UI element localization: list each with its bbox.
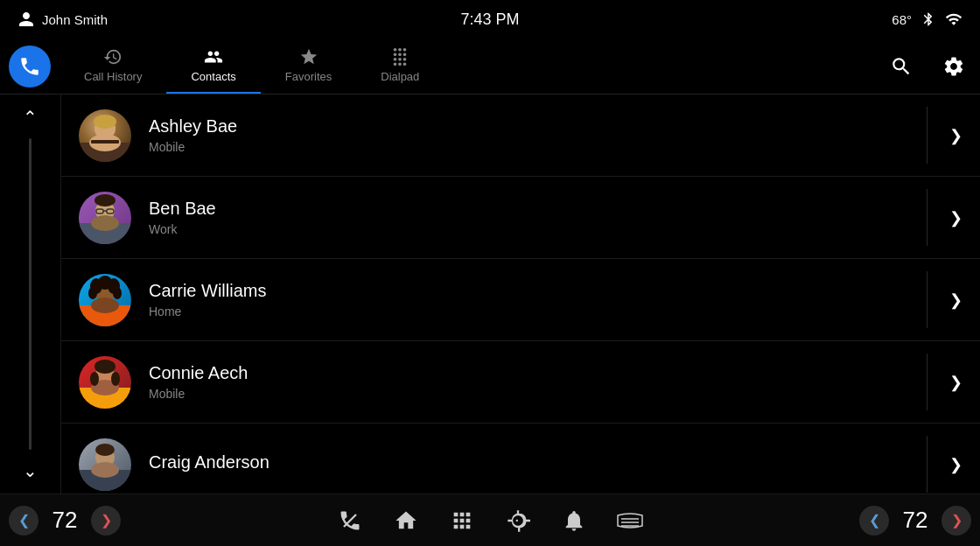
bluetooth-icon xyxy=(920,11,936,27)
tab-dialpad[interactable]: Dialpad xyxy=(356,38,444,94)
contact-info-ashley: Ashley Bae Mobile xyxy=(149,116,932,154)
contact-list-wrapper: ⌃ ⌄ Ashley Bae Mobile xyxy=(0,94,980,494)
bell-icon xyxy=(562,508,586,533)
tab-contacts[interactable]: Contacts xyxy=(166,38,260,94)
settings-button[interactable] xyxy=(936,49,971,84)
apps-icon xyxy=(450,508,474,533)
contact-info-ben: Ben Bae Work xyxy=(149,199,932,236)
contact-item-carrie[interactable]: Carrie Williams Home ❯ xyxy=(61,259,980,341)
avatar-carrie xyxy=(79,274,131,326)
phone-end-icon xyxy=(338,508,362,533)
gear-icon xyxy=(942,55,965,78)
contact-name-ashley: Ashley Bae xyxy=(149,116,932,136)
status-time: 7:43 PM xyxy=(460,10,519,29)
chevron-icon-3: ❯ xyxy=(949,290,962,310)
svg-point-29 xyxy=(95,444,115,456)
avatar-ben xyxy=(79,192,131,244)
nav-tabs: Call History Contacts Favorites Dialpad xyxy=(60,38,884,94)
history-icon xyxy=(103,47,122,66)
tab-call-history[interactable]: Call History xyxy=(60,38,166,94)
star-icon xyxy=(299,47,318,66)
home-icon xyxy=(394,508,418,533)
contact-name-craig: Craig Anderson xyxy=(149,452,932,472)
contact-item-craig[interactable]: Craig Anderson ❯ xyxy=(61,424,980,494)
contact-divider xyxy=(927,107,928,164)
phone-button[interactable] xyxy=(9,46,51,88)
rear-defrost-icon xyxy=(616,508,644,533)
left-temp-increase-button[interactable]: ❯ xyxy=(91,506,121,536)
right-temp-increase-button[interactable]: ❯ xyxy=(942,506,971,536)
scroll-track xyxy=(29,138,32,450)
fan-icon xyxy=(506,508,530,533)
home-button[interactable] xyxy=(390,505,422,536)
right-temp-control: ❮ 72 ❯ xyxy=(859,506,971,536)
right-temp-value: 72 xyxy=(893,507,937,534)
signal-icon xyxy=(945,10,962,28)
contact-type-ben: Work xyxy=(149,222,932,236)
dialpad-icon xyxy=(390,47,410,66)
contact-divider-4 xyxy=(927,354,928,410)
contact-info-carrie: Carrie Williams Home xyxy=(149,281,932,318)
rear-defrost-button[interactable] xyxy=(614,505,646,536)
svg-point-28 xyxy=(91,462,119,478)
contact-divider-5 xyxy=(927,436,928,493)
contact-item-connie[interactable]: Connie Aech Mobile ❯ xyxy=(61,341,980,424)
avatar-image-connie xyxy=(79,356,131,409)
search-button[interactable] xyxy=(884,49,919,84)
svg-point-3 xyxy=(94,115,116,129)
avatar-image-ben xyxy=(79,192,131,244)
left-temp-value: 72 xyxy=(43,507,87,534)
avatar-image-ashley xyxy=(79,109,131,162)
tab-favorites-label: Favorites xyxy=(285,70,332,83)
scroll-up-button[interactable]: ⌃ xyxy=(17,103,45,131)
chevron-icon: ❯ xyxy=(949,126,962,145)
temperature-display: 68° xyxy=(892,12,912,27)
phone-end-button[interactable] xyxy=(334,505,366,536)
svg-point-18 xyxy=(88,287,97,299)
notification-button[interactable] xyxy=(558,505,590,536)
phone-icon xyxy=(18,55,41,78)
contacts-icon xyxy=(204,47,223,66)
tab-call-history-label: Call History xyxy=(84,70,142,83)
contact-name-connie: Connie Aech xyxy=(149,363,932,383)
svg-point-8 xyxy=(94,194,116,206)
tab-favorites[interactable]: Favorites xyxy=(261,38,356,94)
status-icons: 68° xyxy=(892,10,962,28)
status-bar: John Smith 7:43 PM 68° xyxy=(0,0,980,38)
bottom-bar: ❮ 72 ❯ xyxy=(0,494,980,546)
avatar-image-carrie xyxy=(79,274,131,326)
chevron-icon-4: ❯ xyxy=(949,373,962,392)
svg-point-14 xyxy=(91,298,119,313)
contact-type-connie: Mobile xyxy=(149,387,932,401)
svg-point-19 xyxy=(113,287,122,299)
avatar-ashley xyxy=(79,109,131,162)
bottom-icons xyxy=(334,505,646,536)
contact-name-ben: Ben Bae xyxy=(149,199,932,219)
contact-info-craig: Craig Anderson xyxy=(149,452,932,476)
apps-button[interactable] xyxy=(446,505,478,536)
svg-point-24 xyxy=(90,372,99,386)
avatar-connie xyxy=(79,356,131,409)
scroll-down-button[interactable]: ⌄ xyxy=(17,457,45,485)
avatar-craig xyxy=(79,438,131,491)
status-user: John Smith xyxy=(18,10,108,28)
left-temp-control: ❮ 72 ❯ xyxy=(9,506,121,536)
fan-button[interactable] xyxy=(502,505,534,536)
svg-point-25 xyxy=(111,372,120,386)
contact-item-ashley[interactable]: Ashley Bae Mobile ❯ xyxy=(61,94,980,177)
left-temp-decrease-button[interactable]: ❮ xyxy=(9,506,38,536)
svg-rect-4 xyxy=(91,140,119,144)
contact-info-connie: Connie Aech Mobile xyxy=(149,363,932,401)
right-temp-decrease-button[interactable]: ❮ xyxy=(859,506,889,536)
svg-point-7 xyxy=(91,215,119,231)
avatar-image-craig xyxy=(79,438,131,491)
nav-actions xyxy=(884,49,971,84)
user-icon xyxy=(18,10,35,28)
scroll-nav: ⌃ ⌄ xyxy=(0,94,61,494)
contact-divider-2 xyxy=(927,189,928,246)
contact-item-ben[interactable]: Ben Bae Work ❯ xyxy=(61,177,980,259)
contact-list: Ashley Bae Mobile ❯ B xyxy=(61,94,980,494)
search-icon xyxy=(890,55,913,78)
tab-dialpad-label: Dialpad xyxy=(381,70,419,83)
contact-type-ashley: Mobile xyxy=(149,140,932,154)
